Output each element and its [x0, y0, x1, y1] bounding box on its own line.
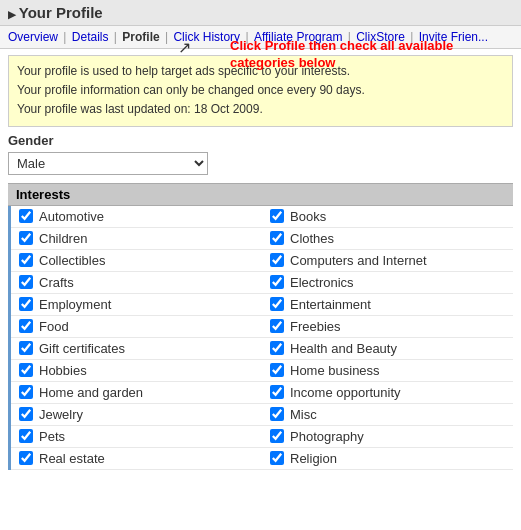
interest-pets: Pets: [11, 426, 262, 448]
interest-employment: Employment: [11, 294, 262, 316]
interest-home-garden: Home and garden: [11, 382, 262, 404]
checkbox-collectibles[interactable]: [19, 253, 33, 267]
interest-electronics: Electronics: [262, 272, 513, 294]
info-line2: Your profile information can only be cha…: [17, 81, 504, 100]
checkbox-jewelry[interactable]: [19, 407, 33, 421]
interest-photography: Photography: [262, 426, 513, 448]
nav-click-history[interactable]: Click History: [173, 30, 240, 44]
checkbox-gift-certificates[interactable]: [19, 341, 33, 355]
checkbox-health[interactable]: [270, 341, 284, 355]
page-title: Your Profile: [8, 4, 103, 21]
nav-invite[interactable]: Invite Frien...: [419, 30, 488, 44]
interest-children: Children: [11, 228, 262, 250]
checkbox-children[interactable]: [19, 231, 33, 245]
interest-entertainment: Entertainment: [262, 294, 513, 316]
check-all-annotation: CHECK ALLCATEGORIESAVAILABLE: [138, 473, 230, 476]
nav-bar: Overview | Details | Profile | Click His…: [0, 26, 521, 49]
nav-profile[interactable]: Profile: [122, 30, 159, 44]
interest-food: Food: [11, 316, 262, 338]
gender-select[interactable]: Male Female: [8, 152, 208, 175]
checkbox-home-garden[interactable]: [19, 385, 33, 399]
checkbox-food[interactable]: [19, 319, 33, 333]
interests-label: Interests: [16, 187, 70, 202]
checkbox-pets[interactable]: [19, 429, 33, 443]
interest-computers: Computers and Internet: [262, 250, 513, 272]
interests-header: Interests: [8, 183, 513, 206]
interest-crafts: Crafts: [11, 272, 262, 294]
checkbox-clothes[interactable]: [270, 231, 284, 245]
info-line1: Your profile is used to help target ads …: [17, 62, 504, 81]
interest-jewelry: Jewelry: [11, 404, 262, 426]
info-line3: Your profile was last updated on: 18 Oct…: [17, 100, 504, 119]
interest-collectibles: Collectibles: [11, 250, 262, 272]
nav-clixstore[interactable]: ClixStore: [356, 30, 405, 44]
interests-grid: Automotive Books Children Clothes Collec…: [8, 206, 513, 470]
checkbox-computers[interactable]: [270, 253, 284, 267]
interest-gift-certificates: Gift certificates: [11, 338, 262, 360]
checkbox-income[interactable]: [270, 385, 284, 399]
interest-income: Income opportunity: [262, 382, 513, 404]
interest-home-business: Home business: [262, 360, 513, 382]
checkbox-books[interactable]: [270, 209, 284, 223]
gender-section: Gender Male Female: [8, 133, 513, 175]
interest-automotive: Automotive: [11, 206, 262, 228]
checkbox-misc[interactable]: [270, 407, 284, 421]
page-wrapper: Your Profile Overview | Details | Profil…: [0, 0, 521, 470]
checkbox-automotive[interactable]: [19, 209, 33, 223]
interest-books: Books: [262, 206, 513, 228]
interest-religion: Religion: [262, 448, 513, 470]
gender-label: Gender: [8, 133, 513, 148]
interest-clothes: Clothes: [262, 228, 513, 250]
page-header: Your Profile: [0, 0, 521, 26]
checkbox-photography[interactable]: [270, 429, 284, 443]
info-box: Your profile is used to help target ads …: [8, 55, 513, 127]
interest-misc: Misc: [262, 404, 513, 426]
interests-section: Interests CHECK ALLCATEGORIESAVAILABLE →…: [8, 183, 513, 470]
nav-overview[interactable]: Overview: [8, 30, 58, 44]
checkbox-religion[interactable]: [270, 451, 284, 465]
nav-affiliate[interactable]: Affiliate Program: [254, 30, 342, 44]
interest-real-estate: Real estate: [11, 448, 262, 470]
interest-freebies: Freebies: [262, 316, 513, 338]
checkbox-real-estate[interactable]: [19, 451, 33, 465]
checkbox-employment[interactable]: [19, 297, 33, 311]
checkbox-crafts[interactable]: [19, 275, 33, 289]
checkbox-home-business[interactable]: [270, 363, 284, 377]
checkbox-hobbies[interactable]: [19, 363, 33, 377]
interest-health: Health and Beauty: [262, 338, 513, 360]
interest-hobbies: Hobbies: [11, 360, 262, 382]
nav-details[interactable]: Details: [72, 30, 109, 44]
checkbox-electronics[interactable]: [270, 275, 284, 289]
checkbox-freebies[interactable]: [270, 319, 284, 333]
checkbox-entertainment[interactable]: [270, 297, 284, 311]
